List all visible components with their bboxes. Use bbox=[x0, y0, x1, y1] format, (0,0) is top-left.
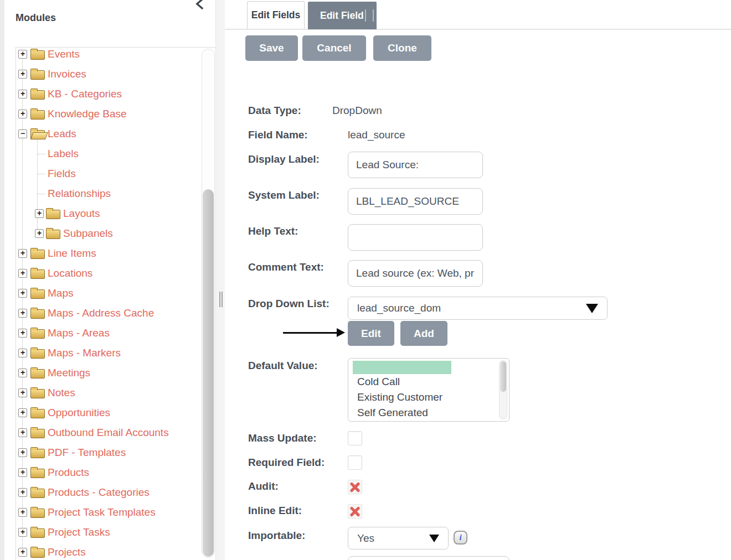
expander-icon[interactable]: + bbox=[18, 289, 27, 298]
expander-icon[interactable]: + bbox=[18, 110, 27, 118]
expander-icon[interactable]: + bbox=[18, 488, 27, 497]
expander-icon[interactable]: + bbox=[18, 269, 27, 278]
default-value-listbox[interactable]: Cold CallExisting CustomerSelf Generated bbox=[348, 358, 509, 422]
audit-x-icon[interactable] bbox=[348, 480, 362, 494]
tree-item-subpanels[interactable]: + Subpanels bbox=[16, 224, 199, 243]
expander-icon[interactable]: + bbox=[35, 209, 44, 218]
info-icon[interactable]: i bbox=[454, 531, 467, 545]
tree-item-label[interactable]: Fields bbox=[48, 164, 76, 184]
tree-item-label[interactable]: Maps bbox=[48, 283, 73, 303]
tree-item-products[interactable]: + Products bbox=[16, 463, 199, 483]
expander-icon[interactable]: + bbox=[35, 229, 44, 238]
expander-icon[interactable]: + bbox=[18, 70, 27, 79]
expander-icon[interactable]: + bbox=[18, 388, 27, 397]
listbox-option[interactable]: Existing Customer bbox=[348, 390, 509, 405]
expander-icon[interactable]: + bbox=[18, 408, 27, 417]
tree-item-kb-categories[interactable]: + KB - Categories bbox=[16, 84, 199, 104]
tab-edit-field[interactable]: Edit Field bbox=[308, 2, 377, 29]
tree-item-pdf-templates[interactable]: + PDF - Templates bbox=[16, 443, 199, 463]
tree-item-knowledge-base[interactable]: + Knowledge Base bbox=[16, 104, 199, 124]
expander-icon[interactable]: + bbox=[18, 90, 27, 98]
tree-item-labels[interactable]: Labels bbox=[16, 144, 199, 164]
comment-text-input[interactable] bbox=[348, 260, 483, 287]
expander-icon[interactable]: + bbox=[18, 309, 27, 318]
tree-item-label[interactable]: Project Task Templates bbox=[48, 502, 156, 522]
tree-item-project-task-templates[interactable]: + Project Task Templates bbox=[16, 502, 199, 522]
expander-icon[interactable]: + bbox=[18, 468, 27, 477]
expander-icon[interactable]: + bbox=[18, 249, 27, 258]
tree-item-layouts[interactable]: + Layouts bbox=[16, 204, 199, 224]
tree-item-events[interactable]: + Events bbox=[16, 44, 199, 64]
tree-item-products-categories[interactable]: + Products - Categories bbox=[16, 483, 199, 502]
mass-update-checkbox[interactable] bbox=[348, 431, 362, 445]
listbox-option[interactable]: Self Generated bbox=[348, 405, 509, 421]
tree-item-label[interactable]: Line Items bbox=[48, 243, 96, 263]
tree-item-notes[interactable]: + Notes bbox=[16, 383, 199, 403]
tree-item-projects[interactable]: + Projects bbox=[16, 542, 199, 560]
clone-button[interactable]: Clone bbox=[373, 35, 431, 61]
tree-item-label[interactable]: KB - Categories bbox=[48, 84, 122, 104]
expander-icon[interactable]: + bbox=[18, 369, 27, 377]
importable-select[interactable]: Yes bbox=[348, 527, 449, 549]
listbox-option[interactable]: Cold Call bbox=[348, 374, 509, 390]
tab-edit-fields[interactable]: Edit Fields bbox=[247, 1, 305, 29]
expander-icon[interactable]: + bbox=[18, 448, 27, 457]
tree-item-meetings[interactable]: + Meetings bbox=[16, 363, 199, 383]
tree-item-label[interactable]: Products bbox=[48, 463, 89, 483]
expander-icon[interactable]: + bbox=[18, 329, 27, 338]
tree-item-label[interactable]: Notes bbox=[48, 383, 75, 403]
tree-item-label[interactable]: Maps - Address Cache bbox=[48, 303, 154, 323]
save-button[interactable]: Save bbox=[245, 35, 298, 61]
tree-item-label[interactable]: Opportunities bbox=[48, 403, 110, 423]
help-text-input[interactable] bbox=[348, 224, 483, 251]
tree-item-invoices[interactable]: + Invoices bbox=[16, 64, 199, 84]
display-label-input[interactable] bbox=[348, 152, 483, 178]
tree-item-label[interactable]: Projects bbox=[48, 542, 86, 560]
tree-item-label[interactable]: Subpanels bbox=[63, 224, 113, 243]
tree-item-maps-address-cache[interactable]: + Maps - Address Cache bbox=[16, 303, 199, 323]
next-field-input[interactable] bbox=[348, 556, 509, 560]
cancel-button[interactable]: Cancel bbox=[302, 35, 366, 61]
tree-item-maps[interactable]: + Maps bbox=[16, 283, 199, 303]
tree-item-label[interactable]: Leads bbox=[48, 124, 76, 144]
edit-dropdown-button[interactable]: Edit bbox=[348, 321, 394, 346]
required-field-checkbox[interactable] bbox=[348, 455, 362, 470]
panel-splitter[interactable] bbox=[216, 0, 225, 560]
tree-item-relationships[interactable]: Relationships bbox=[16, 184, 199, 204]
tree-item-label[interactable]: Events bbox=[48, 44, 80, 64]
tree-item-label[interactable]: Maps - Areas bbox=[48, 323, 110, 343]
tree-item-locations[interactable]: + Locations bbox=[16, 263, 199, 283]
expander-icon[interactable]: + bbox=[18, 528, 27, 537]
tree-item-fields[interactable]: Fields bbox=[16, 164, 199, 184]
drop-down-list-select[interactable]: lead_source_dom bbox=[348, 297, 608, 320]
tree-item-label[interactable]: Project Tasks bbox=[48, 522, 110, 542]
collapse-sidebar-button[interactable] bbox=[194, 0, 206, 11]
tree-item-label[interactable]: PDF - Templates bbox=[48, 443, 126, 463]
tree-item-label[interactable]: Maps - Markers bbox=[48, 343, 121, 363]
expander-icon[interactable]: + bbox=[18, 50, 27, 59]
expander-icon[interactable]: + bbox=[18, 508, 27, 517]
add-dropdown-button[interactable]: Add bbox=[400, 321, 447, 346]
tree-item-maps-markers[interactable]: + Maps - Markers bbox=[16, 343, 199, 363]
tree-item-label[interactable]: Labels bbox=[48, 144, 79, 164]
inline-edit-x-icon[interactable] bbox=[348, 504, 362, 518]
tree-item-label[interactable]: Products - Categories bbox=[48, 483, 150, 502]
tree-item-line-items[interactable]: + Line Items bbox=[16, 243, 199, 263]
tree-item-opportunities[interactable]: + Opportunities bbox=[16, 403, 199, 423]
tree-item-label[interactable]: Relationships bbox=[48, 184, 111, 204]
tree-item-label[interactable]: Knowledge Base bbox=[48, 104, 127, 124]
expander-icon[interactable]: − bbox=[18, 129, 27, 138]
tree-item-label[interactable]: Outbound Email Accounts bbox=[48, 423, 169, 443]
tree-item-maps-areas[interactable]: + Maps - Areas bbox=[16, 323, 199, 343]
tree-item-project-tasks[interactable]: + Project Tasks bbox=[16, 522, 199, 542]
expander-icon[interactable]: + bbox=[18, 349, 27, 357]
tree-item-label[interactable]: Locations bbox=[48, 263, 92, 283]
sidebar-scrollbar-thumb[interactable] bbox=[203, 189, 214, 557]
listbox-option[interactable] bbox=[353, 361, 451, 374]
expander-icon[interactable]: + bbox=[18, 548, 27, 557]
tree-item-outbound-email-accounts[interactable]: + Outbound Email Accounts bbox=[16, 423, 199, 443]
listbox-scrollbar-thumb[interactable] bbox=[500, 361, 506, 392]
system-label-input[interactable] bbox=[348, 188, 483, 215]
tree-item-label[interactable]: Meetings bbox=[48, 363, 90, 383]
tree-item-leads[interactable]: − Leads bbox=[16, 124, 199, 144]
